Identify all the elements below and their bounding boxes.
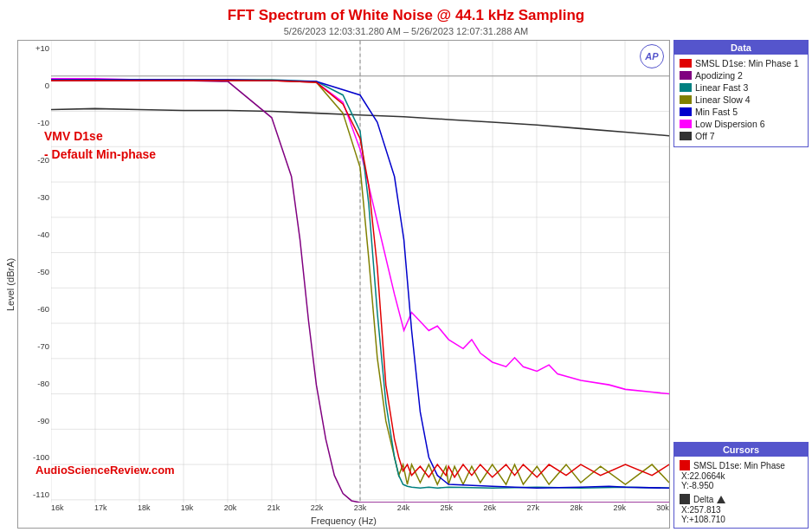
delta-row: Delta (680, 494, 802, 504)
y-tick-n50: -50 (18, 268, 51, 276)
chart-title: FFT Spectrum of White Noise @ 44.1 kHz S… (228, 7, 584, 24)
legend-num-5: 5 (730, 107, 738, 117)
x-tick-22k: 22k (311, 503, 324, 512)
x-tick-23k: 23k (354, 503, 367, 512)
panel-spacer (673, 151, 809, 438)
delta-color (680, 494, 690, 504)
x-tick-19k: 19k (181, 503, 194, 512)
legend-label-6: Low Dispersion (695, 119, 757, 129)
x-tick-30k: 30k (656, 503, 669, 512)
legend-num-1: 1 (791, 58, 799, 68)
x-axis-label: Frequency (Hz) (18, 514, 669, 528)
x-tick-20k: 20k (224, 503, 237, 512)
chart-with-yaxis: Level (dBrA) AP +10 0 -10 -20 -30 -40 -5… (3, 40, 670, 529)
cursor1-label: SMSL D1se: Min Phase (693, 461, 785, 470)
chart-area: AP +10 0 -10 -20 -30 -40 -50 -60 -70 -80… (17, 40, 670, 529)
legend-item-5: Min Fast 5 (680, 107, 802, 117)
legend-item-7: Off 7 (680, 131, 802, 141)
y-tick-n30: -30 (18, 193, 51, 202)
legend-item-1: SMSL D1se: Min Phase 1 (680, 58, 802, 68)
legend-num-6: 6 (757, 119, 765, 129)
legend-item-4: Linear Slow 4 (680, 94, 802, 105)
legend-item-3: Linear Fast 3 (680, 82, 802, 93)
legend-color-7 (680, 132, 692, 140)
x-tick-18k: 18k (138, 503, 151, 512)
legend-label-2: Apodizing (695, 70, 735, 81)
right-panel: Data SMSL D1se: Min Phase 1 Apodizing 2 (670, 40, 809, 529)
x-tick-29k: 29k (613, 503, 626, 512)
y-tick-n70: -70 (18, 342, 51, 351)
chart-svg (51, 41, 669, 503)
cursors-panel-header: Cursors (674, 443, 808, 457)
cursor1-x: X:22.0664k (680, 471, 802, 481)
y-tick-n10: -10 (18, 119, 51, 127)
cursor1-y: Y:-8.950 (680, 481, 802, 490)
legend-color-2 (680, 71, 692, 80)
legend-num-7: 7 (707, 131, 715, 141)
data-panel: Data SMSL D1se: Min Phase 1 Apodizing 2 (673, 40, 809, 147)
x-tick-24k: 24k (397, 503, 410, 512)
legend-color-6 (680, 120, 692, 128)
y-tick-n80: -80 (18, 380, 51, 388)
y-axis-label: Level (dBrA) (3, 40, 17, 529)
legend-num-2: 2 (735, 70, 743, 81)
y-tick-n40: -40 (18, 230, 51, 239)
y-tick-10: +10 (18, 44, 51, 53)
y-tick-n60: -60 (18, 305, 51, 314)
legend-color-4 (680, 95, 692, 104)
x-tick-27k: 27k (526, 503, 539, 512)
y-tick-0: 0 (18, 81, 51, 90)
chart-subtitle: 5/26/2023 12:03:31.280 AM – 5/26/2023 12… (284, 26, 529, 36)
legend-color-1 (680, 59, 692, 68)
legend-label-3: Linear Fast (695, 82, 741, 93)
chart-plot-area: AP +10 0 -10 -20 -30 -40 -50 -60 -70 -80… (18, 41, 669, 503)
data-panel-header: Data (674, 41, 808, 55)
legend-item-2: Apodizing 2 (680, 70, 802, 81)
legend-label-7: Off (695, 131, 707, 141)
delta-y: Y:+108.710 (680, 515, 802, 524)
data-panel-body: SMSL D1se: Min Phase 1 Apodizing 2 Linea… (674, 55, 808, 146)
x-tick-labels: 16k 17k 18k 19k 20k 21k 22k 23k 24k 25k … (18, 503, 669, 514)
cursors-panel-body: SMSL D1se: Min Phase X:22.0664k Y:-8.950… (674, 457, 808, 528)
y-tick-labels: +10 0 -10 -20 -30 -40 -50 -60 -70 -80 -9… (18, 41, 51, 503)
x-tick-16k: 16k (51, 503, 64, 512)
cursor1-color (680, 460, 690, 470)
x-tick-21k: 21k (267, 503, 280, 512)
legend-label-4: Linear Slow (695, 94, 743, 105)
x-tick-26k: 26k (484, 503, 497, 512)
delta-label: Delta (693, 495, 713, 504)
x-tick-25k: 25k (441, 503, 454, 512)
legend-color-5 (680, 107, 692, 116)
y-tick-n110: -110 (18, 490, 51, 499)
legend-color-3 (680, 83, 692, 92)
x-tick-28k: 28k (570, 503, 583, 512)
legend-num-4: 4 (743, 94, 751, 105)
delta-x: X:257.813 (680, 505, 802, 515)
legend-label-5: Min Fast (695, 107, 730, 117)
x-tick-17k: 17k (94, 503, 107, 512)
legend-label-1: SMSL D1se: Min Phase (695, 58, 791, 68)
app-container: FFT Spectrum of White Noise @ 44.1 kHz S… (0, 0, 812, 532)
legend-num-3: 3 (741, 82, 749, 93)
main-area: Level (dBrA) AP +10 0 -10 -20 -30 -40 -5… (3, 40, 809, 529)
delta-triangle-icon (717, 496, 725, 503)
cursor1-row: SMSL D1se: Min Phase (680, 460, 802, 470)
y-tick-n90: -90 (18, 417, 51, 425)
legend-item-6: Low Dispersion 6 (680, 119, 802, 129)
y-tick-n100: -100 (18, 453, 51, 462)
cursors-panel: Cursors SMSL D1se: Min Phase X:22.0664k … (673, 442, 809, 529)
